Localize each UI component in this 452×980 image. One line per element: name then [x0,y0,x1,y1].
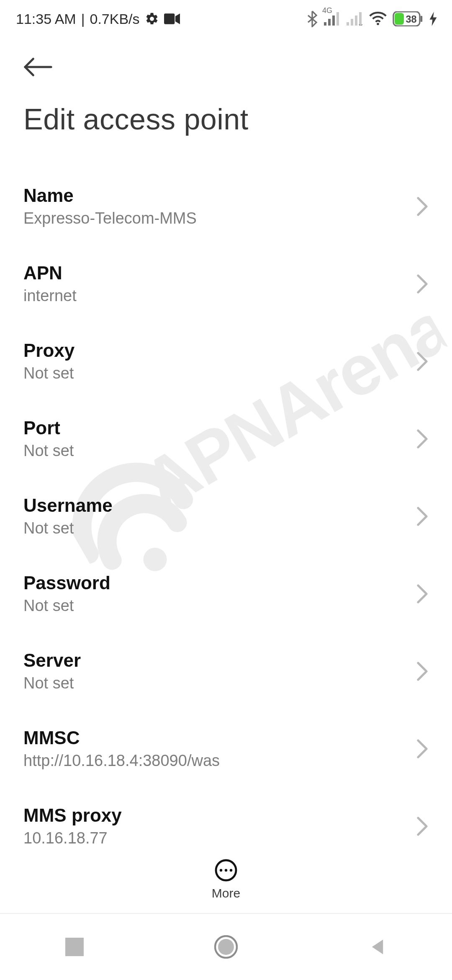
chevron-right-icon [416,196,429,217]
apn-field-row[interactable]: MMSChttp://10.16.18.4:38090/was [0,710,452,787]
apn-field-value: Not set [23,674,81,692]
svg-rect-7 [355,15,357,26]
status-right: 4G × 38 [306,10,437,27]
charging-icon [429,12,437,26]
page-title: Edit access point [23,103,249,136]
apn-field-row[interactable]: UsernameNot set [0,477,452,555]
apn-field-row[interactable]: APNinternet [0,245,452,322]
svg-point-21 [230,869,232,872]
signal-4g-icon: 4G [324,12,341,26]
apn-field-label: Proxy [23,340,74,361]
apn-field-text: APNinternet [23,263,77,305]
chevron-right-icon [416,506,429,526]
svg-rect-6 [351,19,353,26]
nav-recent-icon[interactable] [65,938,84,956]
system-nav-bar [0,913,452,980]
chevron-right-icon [416,739,429,759]
apn-field-text: ProxyNot set [23,340,74,382]
signal-secondary-icon: × [347,12,363,26]
battery-icon: 38 [393,11,424,26]
apn-field-label: Port [23,418,74,438]
gear-icon [145,12,159,26]
status-time: 11:35 AM [16,11,76,27]
apn-field-row[interactable]: PasswordNot set [0,555,452,632]
svg-point-24 [218,939,234,955]
svg-rect-4 [336,12,339,26]
svg-rect-3 [332,15,335,26]
apn-field-text: NameExpresso-Telecom-MMS [23,185,197,227]
apn-field-text: PasswordNot set [23,573,110,615]
chevron-right-icon [416,351,429,371]
svg-rect-12 [395,13,404,25]
chevron-right-icon [416,584,429,604]
svg-point-19 [220,869,222,872]
svg-point-20 [225,869,227,872]
more-button[interactable]: More [0,846,452,913]
video-icon [164,13,180,25]
svg-rect-0 [164,13,175,24]
svg-text:×: × [358,21,363,26]
svg-rect-5 [347,22,349,26]
svg-text:38: 38 [406,14,417,25]
apn-field-text: ServerNot set [23,650,81,692]
svg-rect-2 [328,19,331,26]
apn-field-label: Server [23,650,81,671]
apn-field-text: PortNot set [23,418,74,460]
signal-4g-label: 4G [322,6,332,15]
status-left: 11:35 AM | 0.7KB/s [16,11,180,27]
more-icon [214,859,238,882]
status-sep: | [81,11,85,27]
apn-field-label: Password [23,573,110,593]
apn-field-value: Not set [23,519,113,537]
apn-field-value: Not set [23,442,74,460]
svg-rect-13 [421,16,423,22]
apn-field-label: Username [23,495,113,516]
apn-field-value: 10.16.18.77 [23,829,122,847]
back-arrow-icon[interactable] [23,57,53,77]
apn-field-value: http://10.16.18.4:38090/was [23,752,220,770]
apn-field-text: MMS proxy10.16.18.77 [23,805,122,847]
bluetooth-icon [306,10,318,27]
app-bar [0,38,452,96]
chevron-right-icon [416,274,429,294]
svg-rect-22 [65,938,84,956]
apn-field-value: Not set [23,597,110,615]
apn-field-row[interactable]: NameExpresso-Telecom-MMS [0,168,452,245]
chevron-right-icon [416,429,429,449]
apn-field-value: internet [23,287,77,305]
status-bar: 11:35 AM | 0.7KB/s 4G × 38 [0,0,452,38]
nav-back-icon[interactable] [368,938,387,956]
nav-home-icon[interactable] [214,935,238,959]
apn-field-label: MMS proxy [23,805,122,826]
apn-field-row[interactable]: ProxyNot set [0,322,452,400]
apn-field-row[interactable]: ServerNot set [0,632,452,710]
apn-field-value: Not set [23,364,74,382]
apn-field-row[interactable]: PortNot set [0,400,452,477]
apn-field-label: APN [23,263,77,284]
apn-field-label: MMSC [23,727,220,748]
svg-point-10 [377,23,379,25]
apn-field-value: Expresso-Telecom-MMS [23,209,197,227]
chevron-right-icon [416,661,429,681]
apn-field-text: MMSChttp://10.16.18.4:38090/was [23,727,220,770]
svg-rect-1 [324,22,326,26]
apn-field-label: Name [23,185,197,206]
more-label: More [212,886,240,900]
wifi-icon [369,12,387,26]
status-net-speed: 0.7KB/s [90,11,140,27]
apn-field-text: UsernameNot set [23,495,113,537]
chevron-right-icon [416,816,429,836]
